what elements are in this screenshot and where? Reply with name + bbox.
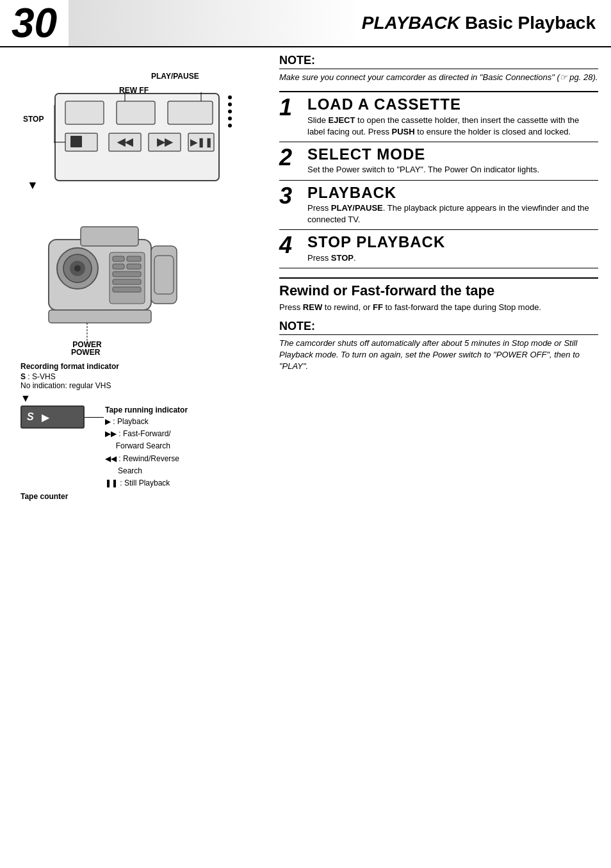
step-1-heading: LOAD A CASSETTE <box>307 96 598 113</box>
tape-section: S ▶ Tape running indicator ▶ : Playback … <box>10 405 263 489</box>
dot4 <box>228 117 232 120</box>
svg-rect-31 <box>151 246 177 304</box>
svg-rect-25 <box>127 256 141 261</box>
recording-format-section: Recording format indicator S : S-VHS No … <box>20 362 263 390</box>
step-3: 3 PLAYBACK Press PLAY/PAUSE. The playbac… <box>279 181 598 231</box>
label-stop: STOP <box>23 115 44 124</box>
tape-counter-label: Tape counter <box>20 492 263 501</box>
step-4-content: STOP PLAYBACK Press STOP. <box>307 234 598 264</box>
dot2 <box>228 102 232 106</box>
step-3-number: 3 <box>279 184 302 208</box>
vcr-panel-svg: ◀◀ ▶▶ ▶❚❚ <box>54 92 220 182</box>
step-2-heading: SELECT MODE <box>307 146 598 163</box>
dot3 <box>228 110 232 113</box>
svg-rect-4 <box>168 101 213 124</box>
svg-rect-3 <box>117 101 155 124</box>
note1-box: NOTE: Make sure you connect your camcord… <box>279 54 598 83</box>
note1-text: Make sure you connect your camcorder as … <box>279 72 598 83</box>
connector-line-tape <box>85 417 104 418</box>
tape-panel: S ▶ <box>20 405 85 429</box>
main-content: PLAY/PAUSE REW FF STOP <box>0 47 611 507</box>
step-4-body: Press STOP. <box>307 252 598 264</box>
steps-section: 1 LOAD A CASSETTE Slide EJECT to open th… <box>279 91 598 268</box>
svg-rect-1 <box>65 101 104 124</box>
tape-play-arrow: ▶ <box>42 411 49 423</box>
vcr-panel: ◀◀ ▶▶ ▶❚❚ <box>54 92 220 184</box>
step-2: 2 SELECT MODE Set the Power switch to "P… <box>279 142 598 181</box>
svg-text:◀◀: ◀◀ <box>117 136 133 147</box>
page-number: 30 <box>0 3 69 44</box>
step-2-content: SELECT MODE Set the Power switch to "PLA… <box>307 146 598 176</box>
step-4: 4 STOP PLAYBACK Press STOP. <box>279 230 598 268</box>
down-arrow-2: ▼ <box>20 393 263 404</box>
header-title-italic: PLAYBACK <box>362 13 460 33</box>
dot5 <box>228 124 232 127</box>
label-power: POWER <box>71 348 100 357</box>
tape-s-letter: S <box>27 411 34 423</box>
dotted-connector <box>228 95 232 127</box>
label-play-pause: PLAY/PAUSE <box>151 72 199 81</box>
left-column: PLAY/PAUSE REW FF STOP <box>0 47 269 507</box>
svg-rect-22 <box>81 227 138 246</box>
step-2-number: 2 <box>279 146 302 169</box>
tape-item-2: ▶▶ : Fast-Forward/ Forward Search <box>105 428 188 452</box>
camcorder-illustration: POWER POWER <box>29 220 263 357</box>
svg-text:▶❚❚: ▶❚❚ <box>190 137 213 148</box>
step-4-heading: STOP PLAYBACK <box>307 234 598 250</box>
header-title: PLAYBACK Basic Playback <box>362 8 611 38</box>
step-3-body: Press PLAY/PAUSE. The playback picture a… <box>307 202 598 225</box>
tape-running-indicator: Tape running indicator ▶ : Playback ▶▶ :… <box>105 405 188 489</box>
step-1-content: LOAD A CASSETTE Slide EJECT to open the … <box>307 96 598 138</box>
right-column: NOTE: Make sure you connect your camcord… <box>269 47 611 507</box>
step-3-heading: PLAYBACK <box>307 184 598 201</box>
recording-format-title: Recording format indicator <box>20 362 263 371</box>
step-4-number: 4 <box>279 234 302 257</box>
tape-display: S ▶ <box>20 405 85 429</box>
step-1: 1 LOAD A CASSETTE Slide EJECT to open th… <box>279 92 598 142</box>
svg-rect-33 <box>49 310 151 323</box>
tape-item-1: ▶ : Playback <box>105 416 188 428</box>
step-1-number: 1 <box>279 96 302 119</box>
svg-rect-29 <box>113 279 141 284</box>
page-header: 30 PLAYBACK Basic Playback <box>0 0 611 47</box>
tape-item-3: ◀◀ : Rewind/Reverse Search <box>105 453 188 477</box>
svg-point-21 <box>74 265 81 272</box>
vcr-diagram-area: PLAY/PAUSE REW FF STOP <box>10 54 263 233</box>
svg-rect-24 <box>113 256 124 261</box>
note2-title: NOTE: <box>279 320 598 335</box>
note2-box: NOTE: The camcorder shuts off automatica… <box>279 320 598 373</box>
note1-title: NOTE: <box>279 54 598 69</box>
svg-text:▶▶: ▶▶ <box>157 136 174 147</box>
rewind-title: Rewind or Fast-forward the tape <box>279 283 598 299</box>
tape-running-title: Tape running indicator <box>105 405 188 414</box>
rewind-body: Press REW to rewind, or FF to fast-forwa… <box>279 302 598 313</box>
tape-item-4: ❚❚ : Still Playback <box>105 477 188 489</box>
rewind-section: Rewind or Fast-forward the tape Press RE… <box>279 277 598 313</box>
s-vhs-label: S : S-VHS <box>20 372 263 381</box>
svg-rect-30 <box>113 287 141 292</box>
tape-running-list: ▶ : Playback ▶▶ : Fast-Forward/ Forward … <box>105 416 188 489</box>
step-1-body: Slide EJECT to open the cassette holder,… <box>307 115 598 138</box>
note2-text: The camcorder shuts off automatically af… <box>279 338 598 373</box>
header-title-normal: Basic Playback <box>460 13 596 33</box>
dot1 <box>228 95 232 99</box>
s-letter: S <box>20 372 26 381</box>
svg-rect-27 <box>127 264 141 269</box>
svg-rect-6 <box>70 136 82 147</box>
no-indication-label: No indication: regular VHS <box>20 381 263 390</box>
svg-rect-26 <box>113 264 124 269</box>
step-2-body: Set the Power switch to "PLAY". The Powe… <box>307 164 598 176</box>
svg-rect-28 <box>113 272 141 277</box>
down-arrow: ▼ <box>27 179 38 192</box>
step-3-content: PLAYBACK Press PLAY/PAUSE. The playback … <box>307 184 598 226</box>
camcorder-svg: POWER <box>29 220 209 355</box>
